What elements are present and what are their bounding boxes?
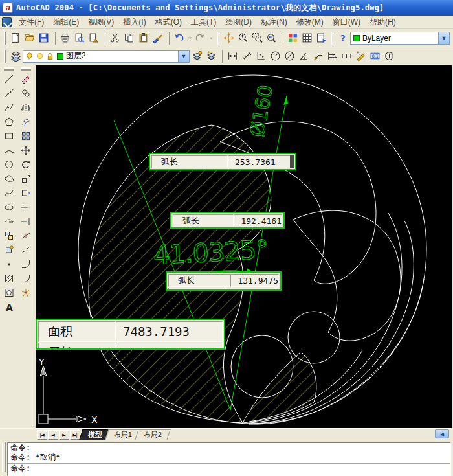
array-icon[interactable] bbox=[19, 129, 33, 143]
menu-item-view[interactable]: 视图(V) bbox=[83, 16, 118, 29]
extend-icon[interactable] bbox=[19, 214, 33, 229]
polygon-icon[interactable] bbox=[2, 115, 16, 129]
menu-item-edit[interactable]: 编辑(E) bbox=[49, 16, 83, 29]
offset-icon[interactable] bbox=[19, 115, 33, 129]
tab-nav-last-button[interactable]: ▶| bbox=[70, 430, 80, 440]
toolbar-grip[interactable] bbox=[21, 67, 31, 71]
copy-icon[interactable] bbox=[122, 31, 137, 45]
menu-item-tools[interactable]: 工具(T) bbox=[186, 16, 221, 29]
layer-states-manager-icon[interactable] bbox=[190, 49, 204, 63]
menu-item-format[interactable]: 格式(O) bbox=[151, 16, 186, 29]
dimension-text-edit-icon[interactable]: 0.1 bbox=[368, 49, 382, 63]
print-preview-icon[interactable] bbox=[72, 31, 87, 45]
menu-item-draw[interactable]: 绘图(D) bbox=[221, 16, 256, 29]
rectangle-icon[interactable] bbox=[2, 129, 16, 143]
break-icon[interactable] bbox=[19, 243, 33, 257]
line-icon[interactable] bbox=[2, 72, 16, 86]
properties-palette-icon[interactable] bbox=[286, 31, 300, 45]
toolbar-grip[interactable] bbox=[4, 32, 6, 45]
baseline-dimension-icon[interactable] bbox=[325, 49, 339, 63]
help-icon[interactable]: ? bbox=[336, 31, 350, 45]
tab-nav-first-button[interactable]: |◀ bbox=[37, 430, 47, 440]
center-mark-icon[interactable] bbox=[382, 49, 396, 63]
insert-block-icon[interactable] bbox=[2, 229, 16, 243]
make-block-icon[interactable] bbox=[2, 243, 16, 257]
menu-item-file[interactable]: 文件(F) bbox=[14, 16, 49, 29]
ellipse-arc-icon[interactable] bbox=[2, 214, 16, 229]
ellipse-icon[interactable] bbox=[2, 200, 16, 214]
continue-dimension-icon[interactable] bbox=[339, 49, 353, 63]
command-window-grip[interactable] bbox=[2, 442, 6, 472]
trim-icon[interactable] bbox=[19, 200, 33, 214]
circle-icon[interactable] bbox=[2, 157, 16, 172]
drawing-window-icon[interactable] bbox=[2, 17, 12, 27]
copy-object-icon[interactable] bbox=[19, 86, 33, 100]
zoom-window-icon[interactable] bbox=[250, 31, 265, 45]
menu-item-modify[interactable]: 修改(M) bbox=[292, 16, 328, 29]
redo-icon[interactable] bbox=[193, 31, 208, 45]
command-input[interactable]: 命令: bbox=[8, 464, 450, 473]
chevron-down-icon[interactable]: ▼ bbox=[438, 32, 449, 44]
tab-nav-prev-button[interactable]: ◀ bbox=[48, 430, 58, 440]
zoom-realtime-icon[interactable] bbox=[236, 31, 250, 45]
menu-item-window[interactable]: 窗口(W) bbox=[328, 16, 365, 29]
color-control-combo[interactable]: ByLayer ▼ bbox=[350, 32, 450, 45]
spline-icon[interactable] bbox=[2, 186, 16, 200]
tab-nav-next-button[interactable]: ▶ bbox=[59, 430, 69, 440]
quick-dimension-icon[interactable] bbox=[254, 49, 268, 63]
multiline-text-icon[interactable]: A bbox=[2, 300, 16, 314]
save-file-icon[interactable] bbox=[37, 31, 51, 45]
menu-item-help[interactable]: 帮助(H) bbox=[365, 16, 401, 29]
stretch-icon[interactable] bbox=[19, 186, 33, 200]
fillet-icon[interactable] bbox=[19, 271, 33, 286]
chamfer-icon[interactable] bbox=[19, 257, 33, 271]
toolbar-grip[interactable] bbox=[4, 50, 6, 63]
diameter-dimension-icon[interactable] bbox=[282, 49, 296, 63]
arc-icon[interactable] bbox=[2, 143, 16, 157]
erase-icon[interactable] bbox=[19, 72, 33, 86]
rotate-icon[interactable] bbox=[19, 157, 33, 172]
layer-previous-icon[interactable] bbox=[204, 49, 218, 63]
menu-item-dimension[interactable]: 标注(N) bbox=[256, 16, 292, 29]
menu-item-insert[interactable]: 插入(I) bbox=[118, 16, 150, 29]
chevron-down-icon[interactable]: ▼ bbox=[178, 51, 189, 62]
quick-leader-icon[interactable] bbox=[311, 49, 325, 63]
zoom-previous-icon[interactable] bbox=[265, 31, 279, 45]
drawing-canvas[interactable]: Ø160 41.0325° X Y 弧长 253.7361 bbox=[36, 65, 452, 428]
match-properties-icon[interactable] bbox=[151, 31, 165, 45]
publish-icon[interactable] bbox=[87, 31, 101, 45]
print-icon[interactable] bbox=[58, 31, 72, 45]
pan-realtime-icon[interactable] bbox=[222, 31, 236, 45]
radius-dimension-icon[interactable] bbox=[268, 49, 282, 63]
undo-caret-icon[interactable] bbox=[186, 31, 193, 45]
dimension-edit-icon[interactable]: A bbox=[353, 49, 368, 63]
paste-icon[interactable] bbox=[137, 31, 151, 45]
mirror-icon[interactable] bbox=[19, 100, 33, 115]
redo-caret-icon[interactable] bbox=[208, 31, 215, 45]
tab-scroll-left-button[interactable]: ◀ bbox=[435, 429, 449, 438]
undo-icon[interactable] bbox=[172, 31, 186, 45]
polyline-icon[interactable] bbox=[2, 100, 16, 115]
explode-icon[interactable] bbox=[19, 286, 33, 300]
toolbar-grip[interactable] bbox=[4, 67, 14, 71]
linear-dimension-icon[interactable] bbox=[225, 49, 239, 63]
hatch-icon[interactable] bbox=[2, 271, 16, 286]
point-icon[interactable] bbox=[2, 257, 16, 271]
construction-line-icon[interactable] bbox=[2, 86, 16, 100]
move-icon[interactable] bbox=[19, 143, 33, 157]
tab-layout2[interactable]: 布局2 bbox=[135, 429, 171, 440]
aligned-dimension-icon[interactable] bbox=[239, 49, 254, 63]
region-icon[interactable] bbox=[2, 286, 16, 300]
tool-palettes-icon[interactable] bbox=[315, 31, 329, 45]
new-file-icon[interactable] bbox=[8, 31, 23, 45]
revision-cloud-icon[interactable] bbox=[2, 172, 16, 186]
open-file-icon[interactable] bbox=[23, 31, 37, 45]
layer-control-combo[interactable]: 图层2 ▼ bbox=[23, 50, 190, 63]
angular-dimension-icon[interactable] bbox=[296, 49, 311, 63]
design-center-icon[interactable] bbox=[300, 31, 315, 45]
cut-icon[interactable] bbox=[108, 31, 122, 45]
autocad-app-icon[interactable]: a bbox=[3, 3, 13, 13]
layer-properties-manager-icon[interactable] bbox=[8, 49, 23, 63]
toolbar-grip[interactable] bbox=[221, 50, 223, 63]
scale-icon[interactable] bbox=[19, 172, 33, 186]
